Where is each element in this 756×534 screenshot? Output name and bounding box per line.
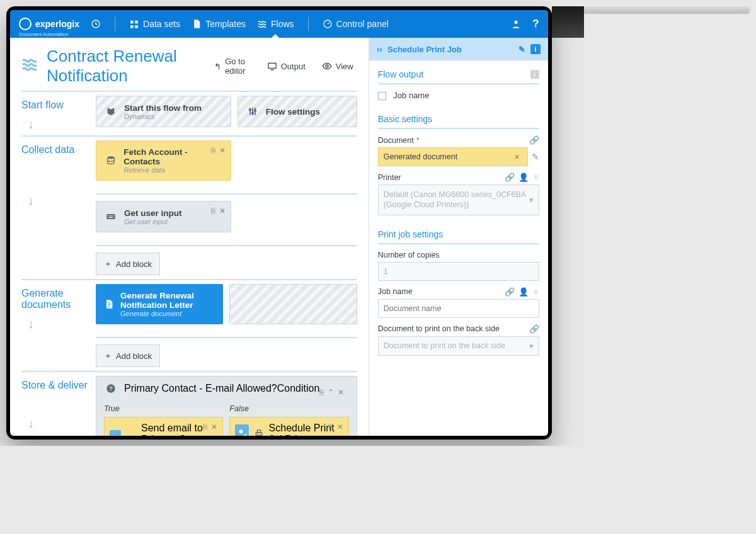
back-arrow-icon: ↰ <box>214 62 221 71</box>
output-button[interactable]: Output <box>263 59 309 74</box>
link-icon[interactable]: 🔗 <box>529 324 539 334</box>
svg-point-12 <box>107 156 114 159</box>
nav-datasets[interactable]: Data sets <box>129 19 180 29</box>
plus-icon: ＋ <box>104 350 112 361</box>
branch-true: True Send email to Primary Cont…Send ema… <box>104 401 223 436</box>
arrow-down-icon: ↓ <box>28 117 96 132</box>
document-icon <box>104 299 114 309</box>
dynamics-icon <box>104 106 118 116</box>
logo-icon <box>19 18 32 30</box>
chevron-down-icon: ▾ <box>529 341 534 351</box>
link-icon[interactable]: 🔗 <box>505 173 515 182</box>
user-icon[interactable]: 👤 <box>518 287 529 297</box>
nav-templates-label: Templates <box>205 19 246 29</box>
brand-logo: experlogix Document Automation <box>19 18 79 30</box>
fetch-account-block[interactable]: Fetch Account - ContactsRetrieve data ⎘✕ <box>96 140 231 181</box>
copies-field-label: Number of copies <box>378 251 539 259</box>
go-to-editor-button[interactable]: ↰Go to editor <box>210 54 255 78</box>
svg-rect-14 <box>108 215 108 216</box>
flow-settings-block[interactable]: Flow settings <box>238 96 357 127</box>
printer-select[interactable]: Default (Canon MG6800 series_0CF6BA (Goo… <box>378 185 539 215</box>
side-panel: ›› Schedule Print Job ✎ i Flow output i … <box>369 38 548 436</box>
generate-letter-block[interactable]: Generate Renewal Notification LetterGene… <box>96 284 223 324</box>
history-icon[interactable] <box>91 19 101 29</box>
chip-remove-icon[interactable]: × <box>512 152 522 162</box>
nav-flows[interactable]: Flows <box>257 19 294 29</box>
svg-point-10 <box>251 112 253 114</box>
svg-rect-1 <box>130 21 134 24</box>
svg-point-21 <box>113 435 117 436</box>
user-icon[interactable] <box>511 19 521 29</box>
svg-point-9 <box>249 109 251 111</box>
start-from-block[interactable]: Start this flow fromDynamics <box>96 96 231 127</box>
sliders-icon <box>246 106 260 116</box>
person-check-icon <box>235 424 248 436</box>
svg-rect-18 <box>109 217 113 218</box>
nav-control-label: Control panel <box>336 19 389 29</box>
svg-point-11 <box>254 110 256 111</box>
person-check-icon <box>110 430 121 436</box>
step-generate-documents: Generate documents ↓ Generate Renewal No… <box>21 279 357 367</box>
send-email-block[interactable]: Send email to Primary Cont…Send email ⎘✕ <box>104 417 223 436</box>
add-block-button[interactable]: ＋Add block <box>96 344 160 367</box>
close-icon[interactable]: ✕ <box>211 423 217 431</box>
info-icon[interactable]: i <box>530 44 541 54</box>
back-side-select[interactable]: Document to print on the back side ▾ <box>378 336 539 356</box>
arrow-down-icon: ↓ <box>28 193 96 208</box>
view-button[interactable]: View <box>318 59 357 74</box>
add-block-button[interactable]: ＋Add block <box>96 253 160 275</box>
edit-icon[interactable]: ✎ <box>518 45 525 54</box>
document-chip[interactable]: Generated document × <box>378 147 528 166</box>
step-generate-label: Generate documents <box>21 288 96 310</box>
chevron-down-icon: ▾ <box>529 195 534 205</box>
step-deliver-label: Store & deliver <box>21 380 96 391</box>
eye-icon <box>322 61 332 71</box>
svg-rect-4 <box>135 25 138 28</box>
job-name-checkbox[interactable] <box>378 92 386 100</box>
arrow-down-icon: ↓ <box>28 416 96 431</box>
collapse-icon[interactable]: ›› <box>377 44 382 54</box>
help-icon[interactable]: ? <box>532 18 539 30</box>
info-icon[interactable]: i <box>530 70 539 79</box>
condition-block[interactable]: ? Primary Contact - E-mail Allowed?Condi… <box>96 376 357 436</box>
copy-icon[interactable]: ⎘ <box>211 207 215 215</box>
svg-rect-2 <box>135 21 138 24</box>
svg-rect-17 <box>113 215 113 216</box>
job-name-input[interactable] <box>378 299 539 318</box>
schedule-print-block[interactable]: Schedule Print JobPrint ⎘✕ <box>229 417 348 436</box>
close-icon[interactable]: ✕ <box>338 388 344 397</box>
asterisk-icon[interactable]: ✳ <box>532 287 539 297</box>
plus-icon: ＋ <box>104 258 112 270</box>
svg-rect-7 <box>268 63 276 68</box>
get-user-input-block[interactable]: Get user inputGet user input ⎘✕ <box>96 201 231 232</box>
asterisk-icon[interactable]: ✳ <box>532 173 539 182</box>
copy-icon[interactable]: ⎘ <box>211 146 215 155</box>
link-icon[interactable]: 🔗 <box>505 287 515 297</box>
inline-edit-icon[interactable]: ✎ <box>532 152 539 162</box>
step-start-label: Start flow <box>21 99 96 111</box>
document-field-label: Document* 🔗 <box>378 135 539 145</box>
copy-icon[interactable]: ⎘ <box>319 388 324 397</box>
close-icon[interactable]: ✕ <box>219 146 226 155</box>
close-icon[interactable]: ✕ <box>219 207 226 215</box>
brand-name: experlogix <box>35 19 79 29</box>
flows-icon <box>257 19 267 29</box>
copies-input[interactable]: 1 <box>378 262 539 281</box>
branch-false-label: False <box>229 404 348 413</box>
svg-rect-13 <box>106 214 115 219</box>
copy-icon[interactable]: ⎘ <box>203 423 207 431</box>
nav-templates[interactable]: Templates <box>192 19 246 29</box>
svg-rect-15 <box>110 215 110 216</box>
step-store-deliver: Store & deliver ↓ ? Primary Contact - E-… <box>21 371 357 436</box>
flow-header-icon <box>21 56 38 77</box>
job-name-field-label: Job name 🔗👤✳ <box>378 287 539 297</box>
arrow-down-icon: ↓ <box>28 317 96 331</box>
chevron-up-icon[interactable]: ⌃ <box>328 388 334 397</box>
flow-output-title: Flow output i <box>378 65 539 84</box>
nav-control-panel[interactable]: Control panel <box>323 19 389 29</box>
user-icon[interactable]: 👤 <box>518 173 529 182</box>
close-icon[interactable]: ✕ <box>337 423 343 431</box>
copy-icon[interactable]: ⎘ <box>329 423 333 431</box>
step-collect-data: Collect data ↓ Fetch Account - ContactsR… <box>21 135 357 275</box>
link-icon[interactable]: 🔗 <box>529 135 539 145</box>
